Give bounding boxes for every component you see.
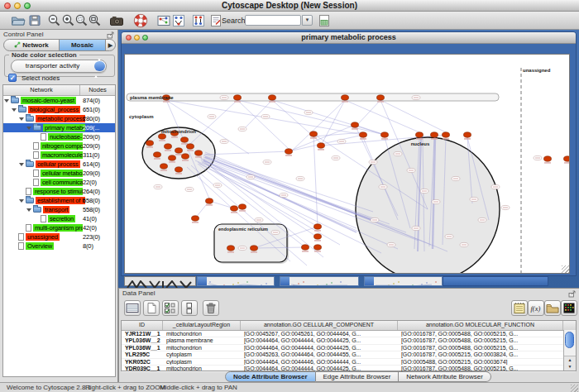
minimized-window[interactable] [124, 276, 196, 286]
tree-row[interactable]: cell communica22(0) [3, 178, 115, 187]
tree-row[interactable]: establishment of lo558(0) [3, 196, 115, 205]
minimized-window[interactable] [197, 276, 275, 286]
tree-row[interactable]: cellular process614(0) [3, 160, 115, 169]
column-header[interactable]: annotation.GO MOLECULAR_FUNCTION [398, 321, 563, 330]
graph-node[interactable] [269, 95, 276, 100]
expander-icon[interactable] [19, 117, 24, 121]
column-header-nodes[interactable]: Nodes [80, 85, 115, 95]
expander-icon[interactable] [19, 199, 24, 203]
graph-node[interactable] [227, 246, 235, 251]
tree-row[interactable]: multi-organism pro42(0) [3, 223, 115, 232]
column-header[interactable]: ID [122, 321, 163, 330]
app-titlebar[interactable]: Cytoscape Desktop (New Session) [0, 0, 579, 12]
scrollbar-arrows[interactable]: ▲▼ [564, 356, 576, 370]
tab-overflow-button[interactable]: ▶ [105, 39, 116, 51]
import-attributes-button[interactable] [544, 300, 561, 316]
graph-node[interactable] [182, 154, 189, 159]
expander-icon[interactable] [26, 127, 31, 130]
network-overview-button[interactable] [156, 13, 171, 28]
expander-icon[interactable] [19, 163, 24, 166]
expander-icon[interactable] [4, 99, 9, 103]
node-color-dropdown[interactable]: transporter activity [11, 60, 107, 73]
graph-node[interactable] [544, 156, 552, 161]
attribute-editor-button[interactable] [511, 300, 528, 316]
graph-node[interactable] [318, 143, 325, 148]
select-attributes-button[interactable] [162, 300, 179, 316]
graph-node[interactable] [234, 95, 242, 100]
undock-icon[interactable] [107, 31, 114, 39]
column-header[interactable]: annotation.GO CELLULAR_COMPONENT [241, 321, 398, 330]
minimized-window[interactable] [280, 276, 359, 286]
attribute-table-button[interactable] [124, 300, 141, 316]
select-nodes-checkbox[interactable]: ✓ [8, 74, 17, 82]
tree-row[interactable]: biological_process651(0) [3, 105, 115, 114]
tree-row[interactable]: response to stimul264(0) [3, 187, 115, 196]
tab-network-attribute-browser[interactable]: Network Attribute Browser [399, 371, 490, 382]
new-attribute-button[interactable] [143, 300, 160, 316]
help-ring-icon[interactable] [133, 13, 148, 28]
tree-row[interactable]: transport558(0) [3, 205, 115, 214]
graph-node[interactable] [206, 198, 213, 203]
tree-row[interactable]: Overview8(0) [3, 241, 115, 251]
network-view-window[interactable]: primary metabolic process plasma [121, 31, 577, 276]
minimized-window[interactable] [364, 276, 443, 286]
graph-node[interactable] [195, 151, 203, 155]
graph-node[interactable] [352, 122, 359, 127]
tab-node-attribute-browser[interactable]: Node Attribute Browser [225, 371, 316, 382]
zoom-fit-button[interactable] [88, 13, 103, 28]
graph-node[interactable] [175, 167, 183, 172]
function-builder-button[interactable]: f(x) [528, 300, 544, 316]
tab-edge-attribute-browser[interactable]: Edge Attribute Browser [316, 371, 400, 382]
window-resize-grip[interactable] [571, 385, 578, 392]
graph-node[interactable] [159, 134, 166, 139]
graph-node[interactable] [564, 156, 570, 161]
graph-node[interactable] [146, 141, 154, 146]
graph-node[interactable] [169, 155, 176, 160]
graph-node[interactable] [160, 164, 168, 169]
open-session-button[interactable] [11, 13, 26, 28]
tab-mosaic[interactable]: Mosaic [59, 39, 106, 51]
column-header[interactable]: _cellularLayoutRegion [163, 321, 241, 330]
attribute-matrix-button[interactable] [561, 300, 577, 316]
graph-node[interactable] [302, 245, 309, 250]
graph-node[interactable] [377, 95, 385, 100]
tree-row[interactable]: metabolic process280(0) [3, 114, 115, 123]
snapshot-button[interactable] [109, 13, 124, 28]
tree-row[interactable]: mosaic-demo-yeast874(0) [3, 96, 115, 105]
graph-node[interactable] [443, 132, 450, 137]
unselect-attributes-button[interactable] [181, 300, 198, 316]
graph-node[interactable] [310, 131, 318, 136]
save-session-button[interactable] [27, 13, 42, 28]
graph-node[interactable] [239, 204, 246, 209]
minimized-window[interactable] [443, 276, 548, 286]
tree-row[interactable]: nitrogen compo209(0) [3, 141, 115, 151]
scrollbar-thumb[interactable] [565, 332, 574, 348]
expander-icon[interactable] [12, 108, 17, 112]
table-row[interactable]: YKR052Ccytoplasm[GO:0044464, GO:0044446,… [122, 359, 576, 366]
delete-attribute-button[interactable] [203, 300, 219, 316]
graph-node[interactable] [431, 132, 438, 137]
table-row[interactable]: YPL036W__2plasma membrane[GO:0044464, GO… [122, 337, 576, 344]
column-header-network[interactable]: Network [3, 85, 80, 95]
graph-node[interactable] [342, 95, 349, 100]
layout-b-button[interactable] [191, 13, 206, 28]
graph-node[interactable] [464, 132, 471, 137]
graph-node[interactable] [314, 234, 322, 239]
tab-network[interactable]: Network [3, 39, 60, 51]
zoom-out-button[interactable] [47, 13, 62, 28]
search-options-button[interactable] [317, 13, 332, 28]
search-input[interactable] [245, 15, 301, 26]
graph-node[interactable] [181, 137, 189, 142]
graph-node[interactable] [314, 245, 322, 250]
table-row[interactable]: YPL036W__1mitochondrion[GO:0044464, GO:0… [122, 345, 576, 351]
graph-node[interactable] [416, 132, 423, 137]
table-scrollbar[interactable]: ▲▼ [563, 330, 576, 370]
expander-icon[interactable] [26, 208, 31, 212]
graph-node[interactable] [251, 246, 258, 251]
tree-row[interactable]: nucleobase-209(0) [3, 132, 115, 141]
graph-node[interactable] [381, 132, 389, 137]
graph-node[interactable] [285, 149, 293, 154]
graph-node[interactable] [165, 144, 172, 149]
tree-row[interactable]: macromolecule311(0) [3, 151, 115, 160]
tree-row[interactable]: secretion41(0) [3, 214, 115, 223]
